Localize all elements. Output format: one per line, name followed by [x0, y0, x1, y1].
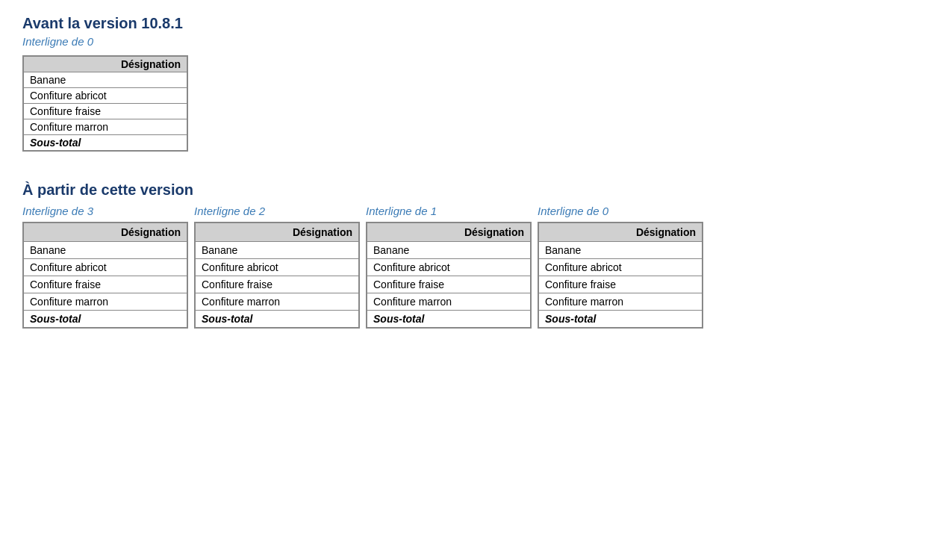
table-row: Confiture abricot	[196, 259, 359, 276]
bottom-section: À partir de cette version Interligne de …	[22, 181, 903, 329]
col-subtitle-1: Interligne de 2	[194, 205, 360, 217]
table-row: Confiture abricot	[367, 259, 531, 276]
table-row: Confiture abricot	[24, 88, 187, 104]
top-table-header: Désignation	[24, 57, 187, 72]
sous-total-row-2: Sous-total	[367, 311, 531, 328]
top-section-title: Avant la version 10.8.1	[22, 15, 903, 32]
bottom-table-wrapper-0: DésignationBananeConfiture abricotConfit…	[22, 222, 188, 329]
table-row: Confiture fraise	[24, 276, 187, 293]
bottom-col-2: Interligne de 1DésignationBananeConfitur…	[366, 205, 532, 329]
bottom-table-1: DésignationBananeConfiture abricotConfit…	[195, 223, 359, 328]
table-row: Confiture fraise	[367, 276, 531, 293]
table-row: Banane	[24, 72, 187, 88]
table-row: Confiture abricot	[24, 259, 187, 276]
top-section: Avant la version 10.8.1 Interligne de 0 …	[22, 15, 903, 174]
table-row: Confiture marron	[367, 293, 531, 311]
sous-total-row-3: Sous-total	[539, 311, 703, 328]
bottom-tables-row: Interligne de 3DésignationBananeConfitur…	[22, 205, 903, 329]
bottom-col-1: Interligne de 2DésignationBananeConfitur…	[194, 205, 360, 329]
bottom-section-title: À partir de cette version	[22, 181, 903, 199]
col-subtitle-0: Interligne de 3	[22, 205, 188, 217]
table-row: Confiture marron	[539, 293, 703, 311]
bottom-table-0: DésignationBananeConfiture abricotConfit…	[23, 223, 187, 328]
bottom-table-wrapper-2: DésignationBananeConfiture abricotConfit…	[366, 222, 532, 329]
table-row: Banane	[24, 242, 187, 259]
table-row: Confiture fraise	[539, 276, 703, 293]
top-table: Désignation BananeConfiture abricotConfi…	[23, 56, 187, 151]
table-row: Banane	[539, 242, 703, 259]
bottom-table-wrapper-3: DésignationBananeConfiture abricotConfit…	[538, 222, 703, 329]
table-row: Confiture fraise	[196, 276, 359, 293]
bottom-table-header-0: Désignation	[24, 223, 187, 242]
table-row: Banane	[367, 242, 531, 259]
bottom-table-2: DésignationBananeConfiture abricotConfit…	[367, 223, 531, 328]
table-row: Banane	[196, 242, 359, 259]
top-section-subtitle: Interligne de 0	[22, 35, 903, 48]
bottom-col-0: Interligne de 3DésignationBananeConfitur…	[22, 205, 188, 329]
sous-total-row: Sous-total	[24, 135, 187, 151]
top-table-wrapper: Désignation BananeConfiture abricotConfi…	[22, 55, 188, 152]
table-row: Confiture fraise	[24, 104, 187, 119]
col-subtitle-3: Interligne de 0	[538, 205, 703, 217]
bottom-table-header-2: Désignation	[367, 223, 531, 242]
bottom-table-3: DésignationBananeConfiture abricotConfit…	[538, 223, 703, 328]
bottom-table-header-3: Désignation	[539, 223, 703, 242]
col-subtitle-2: Interligne de 1	[366, 205, 532, 217]
table-row: Confiture abricot	[539, 259, 703, 276]
bottom-col-3: Interligne de 0DésignationBananeConfitur…	[538, 205, 703, 329]
table-row: Confiture marron	[24, 293, 187, 311]
table-row: Confiture marron	[24, 119, 187, 135]
sous-total-row-1: Sous-total	[196, 311, 359, 328]
table-row: Confiture marron	[196, 293, 359, 311]
bottom-table-header-1: Désignation	[196, 223, 359, 242]
bottom-table-wrapper-1: DésignationBananeConfiture abricotConfit…	[194, 222, 360, 329]
sous-total-row-0: Sous-total	[24, 311, 187, 328]
